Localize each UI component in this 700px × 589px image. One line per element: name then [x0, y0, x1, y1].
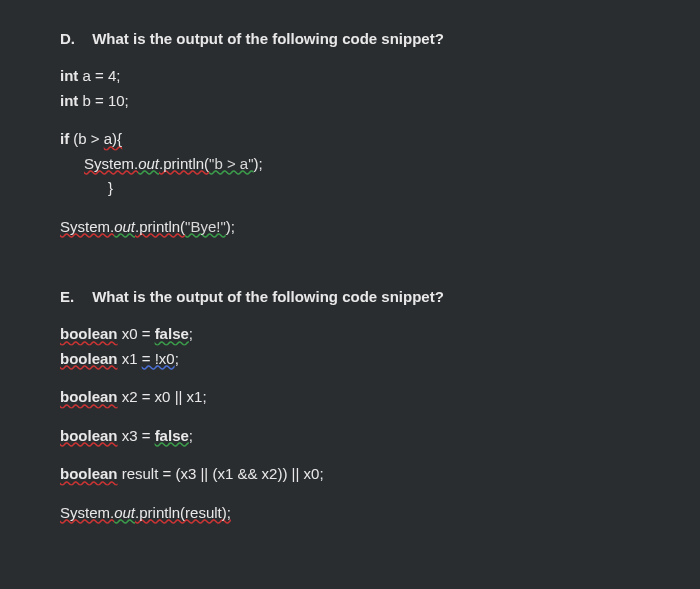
code-text: );: [254, 155, 263, 172]
code-text-error: System.: [84, 155, 138, 172]
code-line: int a = 4;: [60, 65, 640, 88]
code-text: }: [108, 179, 113, 196]
code-string: "b > a": [209, 155, 253, 172]
code-line: boolean result = (x3 || (x1 && x2)) || x…: [60, 463, 640, 486]
code-text-error: System.: [60, 504, 114, 521]
question-d-code: int a = 4; int b = 10; if (b > a){ Syste…: [60, 65, 640, 238]
code-text-error: .println(result);: [135, 504, 231, 521]
code-text-out: out: [114, 218, 135, 235]
question-d-label: D.: [60, 30, 88, 47]
code-text: ;: [189, 427, 193, 444]
question-e-code: boolean x0 = false; boolean x1 = !x0; bo…: [60, 323, 640, 524]
question-e-label: E.: [60, 288, 88, 305]
keyword-if: if: [60, 130, 69, 147]
question-e-header: E. What is the output of the following c…: [60, 288, 640, 305]
keyword-boolean: boolean: [60, 350, 118, 367]
code-line: System.out.println("b > a");: [60, 153, 640, 176]
code-line: System.out.println("Bye!");: [60, 216, 640, 239]
code-text: x0 =: [118, 325, 155, 342]
code-text-error: System.: [60, 218, 114, 235]
code-text: x3 =: [118, 427, 155, 444]
code-text: result = (x3 || (x1 && x2)) || x0;: [118, 465, 324, 482]
code-line: boolean x3 = false;: [60, 425, 640, 448]
question-e-prompt: What is the output of the following code…: [92, 288, 444, 305]
code-text-underline: = !x0: [142, 350, 175, 367]
code-text: );: [226, 218, 235, 235]
code-text: x2 = x0 || x1;: [118, 388, 207, 405]
keyword-int: int: [60, 67, 78, 84]
keyword-boolean: boolean: [60, 388, 118, 405]
code-line: boolean x1 = !x0;: [60, 348, 640, 371]
code-string: "Bye!": [185, 218, 226, 235]
code-text: ;: [175, 350, 179, 367]
question-d-header: D. What is the output of the following c…: [60, 30, 640, 47]
code-line: System.out.println(result);: [60, 502, 640, 525]
code-text: x1: [118, 350, 142, 367]
code-line: }: [60, 177, 640, 200]
code-text-error: a){: [104, 130, 122, 147]
keyword-int: int: [60, 92, 78, 109]
keyword-boolean: boolean: [60, 427, 118, 444]
code-text: ;: [189, 325, 193, 342]
code-line: boolean x0 = false;: [60, 323, 640, 346]
keyword-false: false: [155, 427, 189, 444]
code-text: b = 10;: [78, 92, 128, 109]
code-line: int b = 10;: [60, 90, 640, 113]
code-text-error: .println(: [135, 218, 185, 235]
code-text-out: out: [138, 155, 159, 172]
code-text-out: out: [114, 504, 135, 521]
keyword-boolean: boolean: [60, 325, 118, 342]
code-text: a = 4;: [78, 67, 120, 84]
code-text: (b >: [69, 130, 104, 147]
code-text-error: .println(: [159, 155, 209, 172]
code-line: if (b > a){: [60, 128, 640, 151]
code-line: boolean x2 = x0 || x1;: [60, 386, 640, 409]
keyword-boolean: boolean: [60, 465, 118, 482]
keyword-false: false: [155, 325, 189, 342]
question-d-prompt: What is the output of the following code…: [92, 30, 444, 47]
